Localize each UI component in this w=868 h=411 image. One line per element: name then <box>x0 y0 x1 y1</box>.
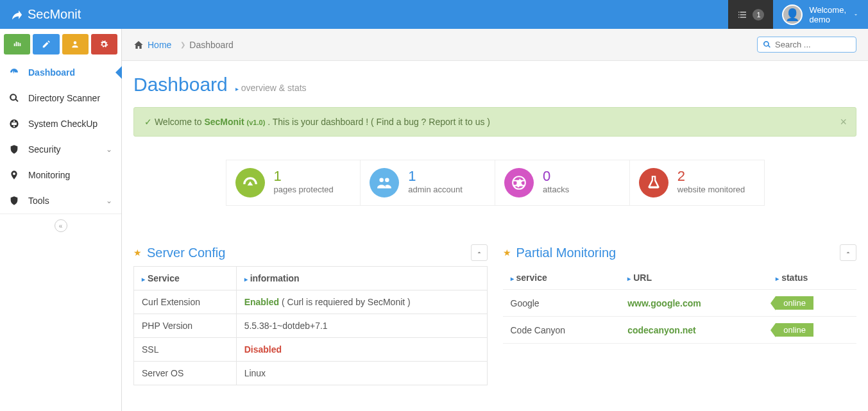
status-badge: online <box>776 296 813 310</box>
table-row: Googlewww.google.comonline <box>503 290 857 317</box>
close-icon[interactable]: × <box>840 115 847 129</box>
sidebar-item-tools[interactable]: Tools ⌄ <box>0 188 121 214</box>
globe-icon <box>511 174 527 191</box>
list-icon <box>737 10 747 20</box>
cell-service: Code Canyon <box>503 317 620 344</box>
panel-title: Partial Monitoring <box>516 246 840 260</box>
brand[interactable]: SecMonit <box>0 7 90 22</box>
sidebar: Dashboard Directory Scanner System Check… <box>0 29 122 411</box>
stat-website-monitored[interactable]: 2website monitored <box>630 160 764 205</box>
notifications-button[interactable]: 1 <box>728 0 773 29</box>
stat-value: 1 <box>274 168 334 185</box>
search-input[interactable] <box>775 40 851 49</box>
table-row: Code Canyoncodecanyon.netonline <box>503 317 857 344</box>
chevron-up-icon <box>844 249 852 256</box>
sidebar-label: System CheckUp <box>28 119 98 129</box>
alert-post: . This is your dashboard ! ( Find a bug … <box>265 117 490 127</box>
search-icon <box>763 40 771 49</box>
topbar: SecMonit 1 👤 Welcome, demo <box>0 0 868 29</box>
chevron-left-icon: « <box>55 219 67 232</box>
stat-value: 0 <box>543 168 569 185</box>
col-service: service <box>516 273 547 283</box>
qa-settings-button[interactable] <box>91 34 117 55</box>
leaf-icon <box>10 8 22 21</box>
globe-icon <box>9 119 19 129</box>
chevron-down-icon: ⌄ <box>106 196 112 205</box>
sidebar-collapse-button[interactable]: « <box>0 214 121 237</box>
flask-icon <box>645 174 662 191</box>
home-icon <box>133 40 144 50</box>
panel-server-config: ★ Server Config ▸Service ▸information Cu… <box>133 244 488 385</box>
panel-collapse-button[interactable] <box>840 244 856 261</box>
page-title: Dashboard ▸ overview & stats <box>133 74 856 96</box>
stats-row: 1pages protected 1admin account 0attacks… <box>226 160 765 206</box>
breadcrumb-bar: Home ❯ Dashboard <box>122 29 868 61</box>
stat-attacks[interactable]: 0attacks <box>495 160 630 205</box>
table-row: PHP Version5.5.38-1~dotdeb+7.1 <box>134 314 488 338</box>
stat-label: pages protected <box>274 185 334 194</box>
brand-text: SecMonit <box>28 7 81 22</box>
sidebar-item-system-checkup[interactable]: System CheckUp <box>0 111 121 137</box>
page-title-text: Dashboard <box>133 74 228 96</box>
sidebar-item-dashboard[interactable]: Dashboard <box>0 60 121 85</box>
sidebar-label: Directory Scanner <box>28 93 100 103</box>
cell-service: Server OS <box>134 362 237 385</box>
alert-pre: Welcome to <box>155 117 205 127</box>
pin-icon <box>9 170 19 180</box>
stat-value: 2 <box>677 168 745 185</box>
qa-edit-button[interactable] <box>33 34 59 55</box>
shield-icon <box>9 144 19 155</box>
cell-url: www.google.com <box>620 290 768 317</box>
sidebar-label: Security <box>28 144 61 155</box>
table-row: Server OSLinux <box>134 362 488 385</box>
gauge-icon <box>242 174 259 191</box>
url-link[interactable]: codecanyon.net <box>627 325 696 335</box>
stat-label: admin account <box>408 185 463 194</box>
welcome-text: Welcome, <box>809 5 846 15</box>
panel-collapse-button[interactable] <box>471 244 488 261</box>
welcome-alert: ✓ Welcome to SecMonit (v1.0) . This is y… <box>133 107 856 137</box>
cell-status: online <box>768 317 856 344</box>
monitoring-table: ▸service ▸URL ▸status Googlewww.google.c… <box>503 266 857 344</box>
chevron-down-icon: ⌄ <box>106 145 112 154</box>
stat-label: website monitored <box>677 185 745 194</box>
users-icon <box>376 174 393 191</box>
col-service: Service <box>148 273 180 283</box>
star-icon: ★ <box>503 247 511 258</box>
stat-value: 1 <box>408 168 463 185</box>
breadcrumb-home[interactable]: Home <box>148 40 171 50</box>
shield-icon <box>9 196 19 206</box>
bars-icon <box>13 40 22 49</box>
star-icon: ★ <box>133 247 142 258</box>
col-url: URL <box>633 273 652 283</box>
qa-users-button[interactable] <box>62 34 89 55</box>
cell-service: SSL <box>134 338 237 362</box>
table-row: Curl ExtensionEnabled ( Curl is requiere… <box>134 290 488 314</box>
cell-status: online <box>768 290 856 317</box>
sidebar-label: Monitoring <box>28 170 70 180</box>
server-config-table: ▸Service ▸information Curl ExtensionEnab… <box>133 266 488 385</box>
sidebar-label: Dashboard <box>28 67 75 78</box>
quick-actions <box>0 29 121 60</box>
stat-pages-protected[interactable]: 1pages protected <box>226 160 361 205</box>
sidebar-item-directory-scanner[interactable]: Directory Scanner <box>0 85 121 111</box>
side-nav: Dashboard Directory Scanner System Check… <box>0 60 121 214</box>
cell-information: 5.5.38-1~dotdeb+7.1 <box>236 314 487 338</box>
cell-service: Curl Extension <box>134 290 237 314</box>
notif-count: 1 <box>753 9 764 21</box>
username: demo <box>809 15 846 24</box>
users-icon <box>70 40 80 49</box>
qa-stats-button[interactable] <box>4 34 30 55</box>
search-icon <box>9 93 19 103</box>
pencil-icon <box>42 40 51 49</box>
panel-partial-monitoring: ★ Partial Monitoring ▸service ▸URL ▸stat… <box>503 244 857 385</box>
cell-information: Enabled ( Curl is requiered by SecMonit … <box>236 290 487 314</box>
search-box <box>757 37 856 53</box>
stat-admin-account[interactable]: 1admin account <box>361 160 495 205</box>
sidebar-item-security[interactable]: Security ⌄ <box>0 137 121 162</box>
sidebar-item-monitoring[interactable]: Monitoring <box>0 162 121 188</box>
user-menu[interactable]: 👤 Welcome, demo <box>773 4 868 25</box>
page-subtitle: overview & stats <box>241 83 307 93</box>
dashboard-icon <box>9 67 19 78</box>
url-link[interactable]: www.google.com <box>627 298 701 308</box>
